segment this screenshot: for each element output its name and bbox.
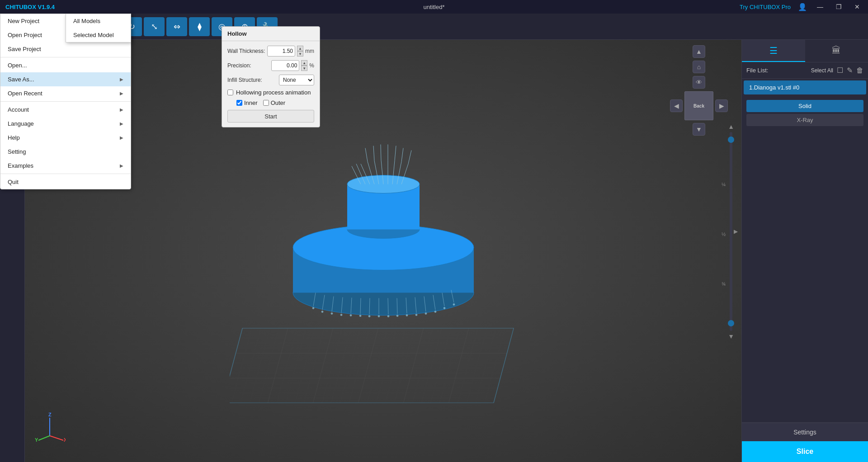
settings-button[interactable]: Settings	[742, 423, 868, 441]
svg-text:Z: Z	[48, 412, 52, 417]
nav-left-button[interactable]: ◀	[670, 99, 683, 112]
svg-point-55	[434, 311, 436, 313]
animation-label[interactable]: Hollowing process animation	[236, 89, 311, 96]
checkbox-icon[interactable]: ☐	[837, 66, 843, 75]
nav-bottom-button[interactable]: ▼	[693, 123, 705, 136]
nav-cube[interactable]: Back	[684, 91, 713, 120]
viewport[interactable]: Z X Y	[25, 40, 741, 462]
wall-thickness-down[interactable]: ▼	[297, 51, 303, 57]
infill-select[interactable]: None Grid Honeycomb Triangle	[279, 75, 314, 85]
slice-button[interactable]: Slice	[742, 441, 868, 462]
title-bar-right: Try CHITUBOX Pro 👤 — ❐ ✕	[740, 3, 863, 11]
svg-line-21	[381, 145, 381, 160]
delete-icon[interactable]: 🗑	[856, 66, 863, 75]
help-arrow: ▶	[120, 135, 123, 140]
precision-up[interactable]: ▲	[301, 60, 307, 66]
examples-arrow: ▶	[120, 163, 123, 168]
maximize-button[interactable]: ❐	[833, 3, 844, 10]
scale-toolbar-button[interactable]: ⤡	[144, 17, 165, 36]
svg-line-60	[50, 436, 63, 440]
menu-item-language[interactable]: Language ▶	[0, 117, 131, 131]
menu-item-examples[interactable]: Examples ▶	[0, 159, 131, 173]
menu-item-quit[interactable]: Quit	[0, 175, 131, 189]
start-button[interactable]: Start	[227, 110, 314, 123]
support-icon: ⧫	[198, 22, 202, 32]
svg-point-43	[321, 311, 323, 313]
view-mode-section: Solid X-Ray	[742, 96, 868, 130]
animation-row: Hollowing process animation	[227, 89, 314, 96]
outer-group: Outer	[263, 99, 286, 106]
open-label: Open...	[8, 62, 27, 69]
animation-checkbox[interactable]	[227, 90, 233, 95]
wall-thickness-input[interactable]	[267, 46, 295, 57]
precision-row: Precision: ▲ ▼ %	[227, 60, 314, 71]
file-list-title: File List:	[746, 67, 768, 74]
infill-input-group: None Grid Honeycomb Triangle	[279, 75, 314, 85]
save-as-submenu: All Models Selected Model	[66, 14, 131, 42]
mirror-toolbar-button[interactable]: ⇔	[166, 17, 187, 36]
inner-group: Inner	[236, 99, 258, 106]
inner-label[interactable]: Inner	[244, 99, 258, 106]
sub-item-all-models[interactable]: All Models	[66, 14, 131, 28]
try-pro-link[interactable]: Try CHITUBOX Pro	[740, 4, 791, 10]
inner-outer-row: Inner Outer	[227, 99, 314, 106]
account-label: Account	[8, 106, 29, 113]
wall-thickness-unit: mm	[305, 48, 314, 54]
support-button[interactable]: ⧫	[189, 17, 210, 36]
file-list-actions: Select All ☐ ✎ 🗑	[811, 66, 863, 75]
slider-track	[730, 132, 732, 331]
nav-right-icon: ▶	[719, 102, 724, 109]
slider-three-quarter-label: ¾	[722, 281, 726, 287]
menu-item-open[interactable]: Open...	[0, 58, 131, 72]
viewport-background: Z X Y	[25, 40, 741, 462]
nav-view-button[interactable]: 👁	[693, 76, 705, 89]
nav-cube-area: ▲ ⌂ 👁 ◀ Back ▶ ▼	[670, 45, 728, 136]
wall-thickness-up[interactable]: ▲	[297, 46, 303, 51]
examples-label: Examples	[8, 162, 33, 169]
file-item-0[interactable]: 1.Dianoga v1.stl #0	[744, 80, 866, 94]
hollow-dialog-body: Wall Thickness: ▲ ▼ mm Precision: ▲ ▼ %	[222, 41, 320, 127]
right-panel-tabs: ☰ 🏛	[742, 40, 868, 62]
open-project-label: Open Project	[8, 32, 42, 38]
nav-home-button[interactable]: ⌂	[693, 61, 705, 73]
slider-down-arrow[interactable]: ▼	[726, 331, 736, 342]
menu-item-save-project[interactable]: Save Project	[0, 42, 131, 56]
wall-thickness-row: Wall Thickness: ▲ ▼ mm	[227, 46, 314, 57]
svg-point-45	[340, 314, 342, 316]
tab-settings[interactable]: ☰	[742, 40, 805, 62]
open-recent-label: Open Recent	[8, 90, 42, 97]
menu-item-account[interactable]: Account ▶	[0, 103, 131, 117]
right-panel-bottom: Settings Slice	[742, 422, 868, 462]
slider-thumb-top[interactable]	[728, 137, 734, 143]
nav-right-button[interactable]: ▶	[715, 99, 728, 112]
svg-point-54	[425, 313, 427, 315]
precision-input[interactable]	[271, 60, 299, 71]
models-tab-icon: 🏛	[832, 45, 841, 56]
outer-checkbox[interactable]	[263, 100, 269, 106]
menu-item-save-as[interactable]: Save As... ▶	[0, 72, 131, 86]
select-all-button[interactable]: Select All	[811, 67, 833, 74]
slider-thumb-bottom[interactable]	[728, 320, 734, 326]
collapse-right-button[interactable]: ▶	[734, 228, 738, 235]
svg-line-19	[365, 148, 368, 162]
svg-point-53	[415, 314, 417, 316]
title-bar: CHITUBOX V1.9.4 untitled* Try CHITUBOX P…	[0, 0, 868, 14]
menu-item-help[interactable]: Help ▶	[0, 131, 131, 145]
nav-top-button[interactable]: ▲	[693, 45, 705, 58]
edit-icon[interactable]: ✎	[847, 66, 853, 75]
inner-checkbox[interactable]	[236, 100, 242, 106]
menu-item-open-recent[interactable]: Open Recent ▶	[0, 86, 131, 100]
precision-down[interactable]: ▼	[301, 66, 307, 71]
close-button[interactable]: ✕	[852, 3, 863, 10]
solid-view-button[interactable]: Solid	[746, 100, 863, 112]
open-recent-arrow: ▶	[120, 91, 123, 96]
tab-models[interactable]: 🏛	[805, 40, 868, 62]
outer-label[interactable]: Outer	[271, 99, 286, 106]
minimize-button[interactable]: —	[814, 3, 826, 10]
user-icon[interactable]: 👤	[798, 3, 807, 11]
menu-item-setting[interactable]: Setting	[0, 145, 131, 159]
new-project-label: New Project	[8, 18, 39, 24]
xray-view-button[interactable]: X-Ray	[746, 114, 863, 126]
sub-item-selected-model[interactable]: Selected Model	[66, 28, 131, 42]
svg-point-57	[453, 304, 455, 306]
